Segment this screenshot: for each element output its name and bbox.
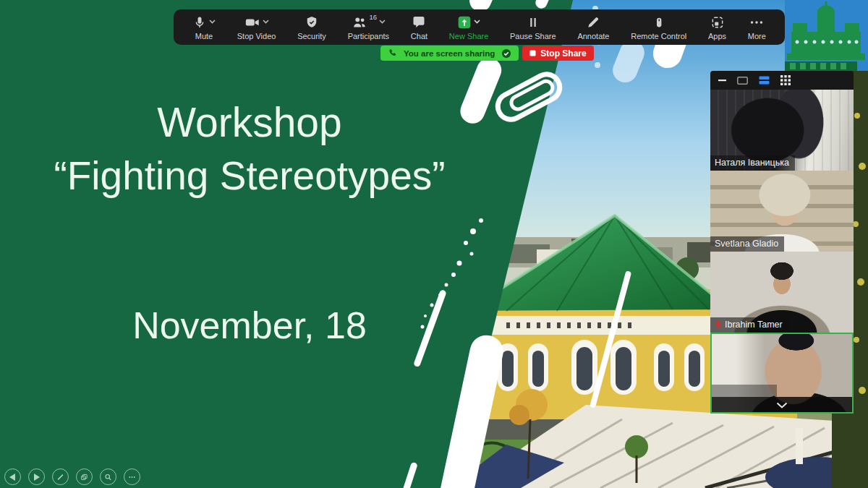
- chat-button[interactable]: Chat: [411, 14, 427, 40]
- zoom-meeting-screen: Workshop “Fighting Stereotypes” November…: [0, 0, 868, 488]
- share-up-arrow-icon: [457, 14, 472, 30]
- stop-video-button[interactable]: Stop Video: [237, 14, 276, 40]
- next-slide-button[interactable]: [28, 468, 45, 485]
- minimize-panel-button[interactable]: [718, 80, 726, 82]
- video-tile-participant-1[interactable]: Наталя Іваницька: [710, 90, 854, 171]
- annotate-label: Annotate: [577, 32, 609, 40]
- annotate-button[interactable]: Annotate: [577, 14, 609, 40]
- participants-button[interactable]: 16 Participants: [348, 14, 389, 40]
- new-share-label: New Share: [449, 32, 488, 40]
- phone-icon: [388, 48, 397, 58]
- microphone-icon: [192, 14, 207, 30]
- participant-name-plate: Ibrahim Tamer: [710, 317, 788, 333]
- new-share-button[interactable]: New Share: [449, 14, 488, 40]
- slide-title-line2: “Fighting Stereotypes”: [7, 150, 492, 202]
- participant-name-plate: [710, 385, 777, 397]
- slide-title-line1: Workshop: [7, 95, 492, 150]
- slideshow-controls: [4, 468, 140, 485]
- chat-bubble-icon: [412, 14, 426, 30]
- chevron-down-icon: [776, 402, 788, 408]
- screen-sharing-status: You are screen sharing: [380, 46, 519, 61]
- slide-title: Workshop “Fighting Stereotypes”: [7, 95, 492, 202]
- participants-count-badge: 16: [370, 13, 378, 21]
- slide-date: November, 18: [7, 304, 492, 347]
- participant-name: Svetlana Gladio: [715, 239, 778, 249]
- participant-name-plate: Наталя Іваницька: [710, 155, 795, 171]
- stop-share-button[interactable]: Stop Share: [522, 46, 593, 61]
- mute-label: Mute: [195, 32, 213, 40]
- chevron-down-icon[interactable]: [379, 20, 386, 24]
- chevron-down-icon[interactable]: [209, 20, 216, 24]
- muted-mic-icon: [715, 320, 722, 329]
- video-panel-header: [710, 71, 854, 90]
- stop-square-icon: [529, 50, 536, 56]
- participants-icon: [352, 14, 367, 30]
- pencil-icon: [586, 14, 600, 30]
- shield-icon: [305, 14, 319, 30]
- arrow-left-icon: [9, 474, 16, 481]
- slides-grid-icon: [81, 473, 88, 481]
- zoom-slide-button[interactable]: [100, 468, 116, 485]
- remote-control-button[interactable]: Remote Control: [631, 14, 686, 40]
- speaker-view-icon: [737, 77, 748, 85]
- pen-icon: [57, 473, 64, 481]
- speaker-view-button[interactable]: [737, 77, 748, 85]
- see-all-slides-button[interactable]: [76, 468, 93, 485]
- chevron-down-icon[interactable]: [263, 20, 269, 24]
- video-camera-icon: [244, 14, 260, 30]
- participant-name: Ibrahim Tamer: [725, 320, 783, 330]
- apps-label: Apps: [708, 32, 726, 40]
- gallery-view-icon: [780, 75, 791, 85]
- ellipsis-icon: [129, 476, 135, 479]
- participant-name: Наталя Іваницька: [715, 158, 789, 168]
- pen-button[interactable]: [52, 468, 69, 485]
- security-label: Security: [297, 32, 326, 40]
- share-banner: You are screen sharing Stop Share: [380, 46, 594, 61]
- participants-label: Participants: [348, 32, 389, 40]
- remote-mouse-icon: [652, 14, 665, 30]
- pause-share-button[interactable]: Pause Share: [510, 14, 556, 40]
- apps-icon: [710, 14, 725, 30]
- participant-name-plate: Svetlana Gladio: [710, 236, 784, 252]
- ellipsis-icon: [749, 14, 765, 30]
- check-badge-icon: [501, 48, 511, 59]
- stop-video-label: Stop Video: [237, 32, 276, 40]
- minimize-icon: [718, 80, 726, 82]
- apps-button[interactable]: Apps: [708, 14, 726, 40]
- stop-share-label: Stop Share: [540, 48, 586, 59]
- strip-view-button[interactable]: [759, 76, 770, 85]
- arrow-right-icon: [33, 474, 40, 481]
- zoom-toolbar: Mute Stop Video Security: [174, 9, 785, 45]
- security-button[interactable]: Security: [297, 14, 326, 40]
- more-label: More: [748, 32, 766, 40]
- mute-button[interactable]: Mute: [192, 14, 216, 40]
- remote-control-label: Remote Control: [631, 32, 686, 40]
- screen-sharing-message: You are screen sharing: [404, 49, 495, 58]
- previous-slide-button[interactable]: [4, 468, 21, 485]
- more-button[interactable]: More: [748, 14, 766, 40]
- gallery-view-button[interactable]: [780, 75, 791, 85]
- video-tile-participant-2[interactable]: Svetlana Gladio: [710, 171, 854, 252]
- chevron-down-icon[interactable]: [474, 20, 480, 24]
- pause-share-label: Pause Share: [510, 32, 556, 40]
- collapse-panel-button[interactable]: [710, 397, 854, 414]
- magnifier-icon: [105, 473, 111, 481]
- chat-label: Chat: [411, 32, 427, 40]
- video-tile-participant-4[interactable]: [710, 333, 854, 414]
- more-options-button[interactable]: [124, 468, 140, 485]
- pause-icon: [527, 14, 540, 30]
- strip-view-icon: [759, 76, 770, 85]
- video-tile-participant-3[interactable]: Ibrahim Tamer: [710, 252, 854, 333]
- participants-video-panel: Наталя Іваницька Svetlana Gladio Ibrahim…: [710, 71, 854, 414]
